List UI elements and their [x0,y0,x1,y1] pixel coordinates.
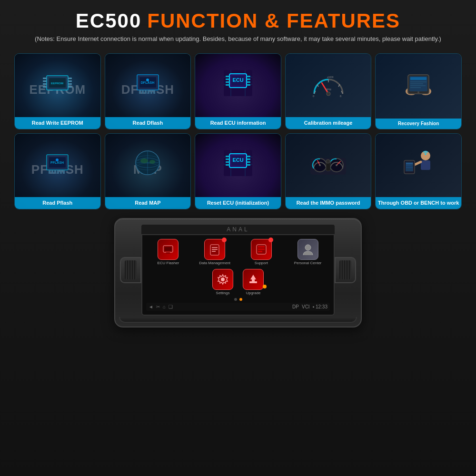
status-icons-right: DP VCI ▪ 12:33 [292,304,327,309]
feature-card-calibration[interactable]: 0 6 x1000 RPM Calibration mileage [285,53,372,129]
app-item-ecu-flasher[interactable]: ECU Flasher [146,239,190,265]
svg-rect-115 [165,247,171,251]
recovery-label: Recovery Fashion [376,119,461,129]
device-main-body: ANAL ECU Flasher [141,225,335,316]
recovery-visual [376,54,461,115]
ecu-read-visual: ECU [195,54,281,115]
time-label: ▪ 12:33 [313,304,327,309]
device-screen: ECU Flasher Data Management [141,234,335,316]
svg-rect-127 [249,281,257,283]
svg-point-125 [305,245,311,250]
svg-text:DFLASH: DFLASH [141,81,154,84]
feature-card-eeprom[interactable]: EEPROM EEPROM Read W [14,53,101,129]
svg-rect-15 [145,90,147,94]
immo-visual [286,134,371,195]
page-indicators [146,298,330,301]
app-item-settings[interactable]: Settings [212,269,233,295]
svg-rect-87 [226,156,229,157]
device-handle-left [120,257,141,283]
dflash-label: Read Dflash [105,117,191,129]
svg-rect-116 [166,252,170,254]
svg-point-99 [319,164,321,166]
app-item-data-mgmt[interactable]: Data Management [193,239,237,265]
svg-rect-117 [210,245,219,255]
notification-dot-support [268,238,273,242]
svg-rect-106 [421,160,430,170]
app-item-personal[interactable]: Personal Center [286,239,330,265]
ecu-reset-visual: ECU [195,134,281,195]
copy-icon[interactable]: ❑ [169,304,173,309]
svg-point-113 [425,154,426,155]
feature-card-ecu-reset[interactable]: ECU Reset ECU (initialization) [195,133,281,209]
svg-rect-18 [153,90,155,94]
svg-rect-67 [63,170,65,174]
svg-point-126 [221,278,225,281]
status-icons-left: ◄ ✂ ⌂ ❑ [149,304,173,309]
home-icon[interactable]: ⌂ [163,304,166,309]
svg-rect-7 [68,80,72,82]
immo-label: Read the IMMO password [286,197,371,208]
svg-rect-34 [247,76,250,77]
subtitle-note: (Notes: Ensure Internet connection is no… [35,34,441,44]
dflash-visual: DFLASH [105,54,191,115]
feature-card-pflash[interactable]: PFLASH PFLASH Read Pflash [14,133,101,209]
svg-rect-17 [150,90,152,94]
screen-title: ANAL [141,225,335,234]
brand-title: EC500 [76,10,141,32]
app-label-upgrade: Upgrade [246,291,261,295]
svg-rect-5 [43,86,47,88]
title-section: EC500 FUNCTION & FEATURES (Notes: Ensure… [35,10,441,44]
calibration-label: Calibration mileage [286,117,371,129]
feature-card-map[interactable]: MAP Read MAP [105,133,191,209]
scissors-icon[interactable]: ✂ [156,304,160,309]
app-grid-row2: Settings Upgrade [146,269,330,295]
app-icon-support [251,239,272,260]
app-label-settings: Settings [216,291,230,295]
svg-rect-124 [258,251,262,252]
feature-card-obd[interactable]: Through OBD or BENCH to work [375,133,462,209]
svg-rect-8 [68,83,72,85]
svg-point-104 [326,159,330,163]
features-grid-row1: EEPROM EEPROM Read W [14,53,462,129]
app-label-ecu-flasher: ECU Flasher [157,261,179,265]
svg-rect-65 [57,170,59,174]
calibration-visual: 0 6 x1000 RPM [286,54,371,115]
app-icon-upgrade [243,269,264,290]
svg-rect-37 [247,84,250,86]
svg-point-69 [56,159,59,161]
device-statusbar: ◄ ✂ ⌂ ❑ DP VCI ▪ 12:33 [146,303,330,311]
svg-rect-2 [43,78,47,79]
svg-rect-3 [43,80,47,82]
svg-rect-14 [142,90,144,94]
eeprom-visual: EEPROM [15,54,100,115]
svg-text:PFLASH: PFLASH [50,161,64,164]
vci-label: VCI [302,304,310,309]
device-outer: ANAL ECU Flasher [114,218,362,327]
feature-card-recovery[interactable]: Recovery Fashion [375,53,462,129]
svg-rect-123 [258,248,265,250]
svg-rect-33 [226,84,229,86]
dp-label: DP [292,304,299,309]
svg-text:0: 0 [313,95,315,98]
feature-card-dflash[interactable]: DFLASH DFLASH Read Dflash [105,53,191,129]
map-visual [105,134,191,195]
svg-rect-66 [60,170,62,174]
feature-card-ecu-read[interactable]: ECU Read ECU information [195,53,281,129]
back-button[interactable]: ◄ [149,304,153,309]
map-label: Read MAP [105,197,191,208]
eeprom-label: Read Write EEPROM [15,117,100,129]
app-item-upgrade[interactable]: Upgrade [243,269,264,295]
app-item-support[interactable]: Support [239,239,284,265]
app-icon-personal [298,239,318,260]
svg-marker-128 [250,275,256,281]
function-title: FUNCTION & FEATURES [147,10,400,32]
svg-text:RPM: RPM [326,88,331,91]
svg-rect-63 [51,170,53,174]
svg-rect-9 [68,86,72,88]
svg-rect-30 [226,76,229,77]
title-line: EC500 FUNCTION & FEATURES [35,10,441,32]
svg-rect-90 [226,164,229,166]
device-section: ANAL ECU Flasher [14,218,462,327]
svg-rect-16 [148,90,149,94]
feature-card-immo[interactable]: Read the IMMO password [285,133,372,209]
